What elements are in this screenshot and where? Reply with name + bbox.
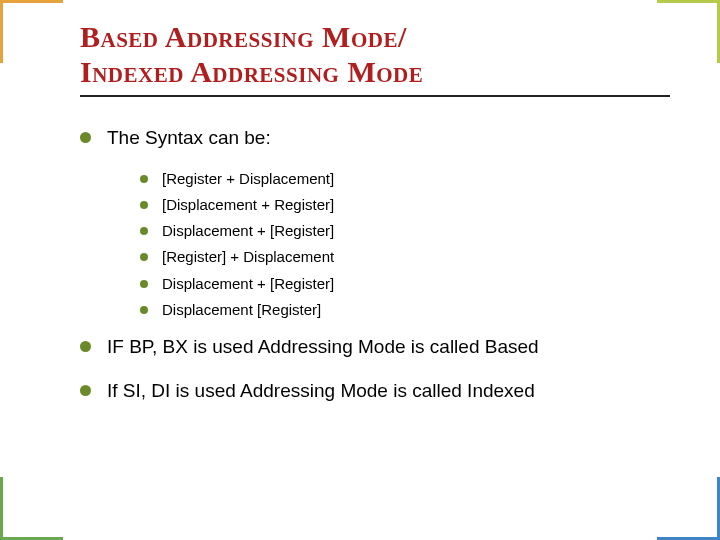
title-line-1: Based Addressing Mode/ [80, 20, 407, 53]
bullet-icon [80, 132, 91, 143]
title-underline [80, 95, 670, 97]
list-item: The Syntax can be: [80, 125, 670, 151]
list-item: Displacement + [Register] [140, 221, 670, 241]
bullet-icon [140, 253, 148, 261]
slide-content: Based Addressing Mode/ Indexed Addressin… [80, 20, 670, 510]
bullet-icon [80, 341, 91, 352]
list-item: [Register + Displacement] [140, 169, 670, 189]
title-line-2: Indexed Addressing Mode [80, 55, 423, 88]
list-item-text: Displacement + [Register] [162, 221, 670, 241]
bullet-list-level2: [Register + Displacement] [Displacement … [140, 169, 670, 321]
bullet-list-level1: The Syntax can be: [Register + Displacem… [80, 125, 670, 403]
list-item-text: [Displacement + Register] [162, 195, 670, 215]
list-item-text: Displacement [Register] [162, 300, 670, 320]
bullet-icon [140, 227, 148, 235]
list-item: [Displacement + Register] [140, 195, 670, 215]
bullet-icon [140, 306, 148, 314]
list-item-text: If SI, DI is used Addressing Mode is cal… [107, 378, 670, 404]
list-item-text: IF BP, BX is used Addressing Mode is cal… [107, 334, 670, 360]
corner-decor-bl [0, 477, 63, 540]
bullet-icon [140, 280, 148, 288]
list-item-text: [Register + Displacement] [162, 169, 670, 189]
list-item: IF BP, BX is used Addressing Mode is cal… [80, 334, 670, 360]
corner-decor-tl [0, 0, 63, 63]
list-item: If SI, DI is used Addressing Mode is cal… [80, 378, 670, 404]
list-item: [Register] + Displacement [140, 247, 670, 267]
list-item-text: The Syntax can be: [107, 125, 670, 151]
bullet-icon [140, 175, 148, 183]
list-item-text: [Register] + Displacement [162, 247, 670, 267]
bullet-icon [80, 385, 91, 396]
list-item-text: Displacement + [Register] [162, 274, 670, 294]
list-item: Displacement [Register] [140, 300, 670, 320]
list-item: Displacement + [Register] [140, 274, 670, 294]
bullet-icon [140, 201, 148, 209]
slide-title: Based Addressing Mode/ Indexed Addressin… [80, 20, 670, 89]
